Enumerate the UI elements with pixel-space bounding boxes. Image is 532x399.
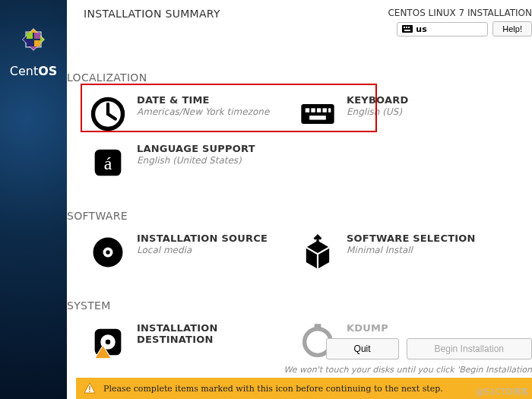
spoke-title: DATE & TIME: [137, 94, 269, 106]
svg-rect-37: [89, 386, 90, 390]
watermark-text: @51CTO博客: [476, 386, 529, 397]
spoke-installation-source[interactable]: INSTALLATION SOURCELocal media: [85, 228, 295, 277]
spoke-status: Minimal Install: [347, 245, 476, 255]
svg-marker-9: [23, 36, 27, 43]
keyboard-icon: [402, 25, 413, 33]
footer-buttons: Quit Begin Installation: [326, 338, 532, 359]
spoke-language-support[interactable]: á LANGUAGE SUPPORTEnglish (United States…: [85, 138, 295, 187]
spoke-status: Americas/New York timezone: [137, 106, 269, 117]
keyboard-layout-label: us: [416, 24, 426, 34]
section-software: SOFTWARE: [67, 210, 523, 222]
svg-point-29: [106, 250, 109, 254]
footer-hint: We won't touch your disks until you clic…: [283, 365, 532, 375]
disc-icon: [88, 233, 128, 272]
centos-logo-icon: [15, 21, 52, 58]
keyboard-icon: [298, 94, 337, 134]
spoke-software-selection[interactable]: SOFTWARE SELECTIONMinimal Install: [295, 228, 523, 277]
svg-rect-2: [27, 33, 33, 39]
svg-rect-22: [323, 108, 327, 112]
warning-text: Please complete items marked with this i…: [103, 384, 443, 394]
svg-rect-35: [315, 324, 321, 331]
svg-line-17: [108, 114, 116, 119]
product-title: CENTOS LINUX 7 INSTALLATION: [388, 8, 532, 18]
spoke-keyboard[interactable]: KEYBOARDEnglish (US): [295, 90, 523, 138]
svg-marker-8: [30, 46, 37, 50]
svg-rect-21: [317, 108, 321, 112]
svg-marker-6: [30, 29, 37, 33]
sidebar: CentOS: [0, 0, 67, 399]
svg-rect-10: [402, 25, 413, 33]
brand-part1: Cent: [10, 64, 38, 78]
svg-point-32: [106, 340, 111, 345]
spoke-installation-destination[interactable]: INSTALLATION DESTINATION: [85, 318, 295, 366]
spoke-title: KEYBOARD: [347, 94, 408, 106]
svg-rect-24: [309, 116, 326, 119]
spoke-title: INSTALLATION SOURCE: [137, 233, 268, 244]
spoke-title: LANGUAGE SUPPORT: [137, 143, 255, 154]
svg-rect-19: [306, 108, 309, 112]
spoke-status: English (US): [347, 106, 408, 117]
begin-installation-button[interactable]: Begin Installation: [407, 338, 532, 359]
svg-rect-18: [301, 104, 334, 124]
keyboard-layout-indicator[interactable]: us: [397, 22, 488, 36]
warning-icon: [84, 382, 96, 394]
package-icon: [298, 233, 337, 272]
section-system: SYSTEM: [67, 299, 523, 312]
spoke-date-time[interactable]: DATE & TIMEAmericas/New York timezone: [85, 90, 295, 138]
svg-rect-11: [404, 27, 405, 28]
svg-rect-12: [406, 27, 407, 28]
brand-text: CentOS: [10, 64, 58, 78]
quit-button[interactable]: Quit: [326, 338, 399, 359]
main-panel: INSTALLATION SUMMARY CENTOS LINUX 7 INST…: [67, 0, 532, 399]
spoke-status: Local media: [137, 245, 268, 255]
clock-icon: [88, 94, 128, 134]
topbar: INSTALLATION SUMMARY CENTOS LINUX 7 INST…: [67, 0, 532, 36]
svg-rect-38: [89, 391, 90, 392]
page-title: INSTALLATION SUMMARY: [84, 8, 220, 20]
svg-rect-5: [34, 40, 40, 46]
help-button[interactable]: Help!: [492, 21, 532, 36]
svg-rect-4: [27, 40, 33, 46]
language-icon: á: [88, 143, 128, 182]
warning-bar: Please complete items marked with this i…: [76, 378, 532, 399]
svg-rect-14: [404, 30, 410, 31]
spoke-status: English (United States): [137, 155, 255, 166]
svg-rect-20: [311, 108, 315, 112]
disk-warning-icon: [88, 322, 128, 362]
svg-marker-7: [40, 36, 44, 43]
svg-rect-3: [34, 33, 40, 39]
brand-part2: OS: [38, 64, 57, 78]
spoke-title: SOFTWARE SELECTION: [347, 233, 476, 244]
svg-rect-13: [408, 27, 410, 28]
spoke-title: KDUMP: [347, 322, 388, 334]
spoke-title: INSTALLATION DESTINATION: [137, 322, 292, 345]
svg-rect-23: [328, 108, 331, 112]
svg-text:á: á: [104, 154, 112, 173]
section-localization: LOCALIZATION: [67, 71, 523, 84]
